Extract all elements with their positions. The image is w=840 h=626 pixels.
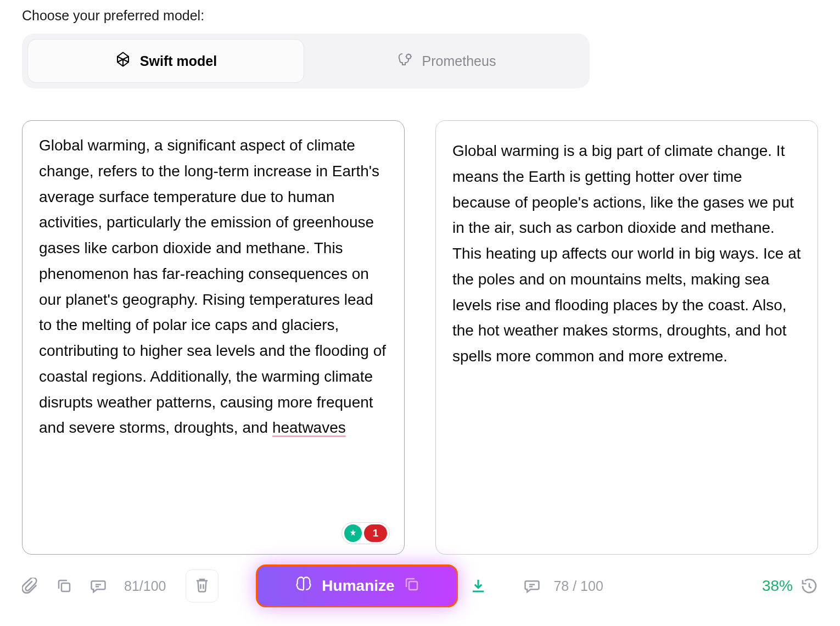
output-text-panel[interactable]: Global warming is a big part of climate … (435, 120, 818, 555)
lightbulb-icon (344, 524, 362, 542)
flagged-word[interactable]: heatwaves (272, 419, 346, 436)
model-tab-label: Prometheus (422, 53, 496, 69)
diamond-icon (115, 51, 131, 71)
brain-gear-icon (397, 51, 413, 71)
humanize-group: Humanize (256, 564, 486, 607)
source-text: Global warming, a significant aspect of … (39, 137, 386, 436)
copy-icon[interactable] (56, 578, 72, 594)
brain-icon (294, 575, 313, 597)
output-text: Global warming is a big part of climate … (452, 142, 800, 365)
model-chooser-label: Choose your preferred model: (22, 8, 818, 24)
svg-rect-2 (409, 582, 417, 590)
chat-icon[interactable] (524, 578, 540, 594)
model-selector: Swift model Prometheus (22, 33, 590, 88)
source-word-count: 81/100 (124, 578, 166, 594)
model-tab-label: Swift model (140, 53, 217, 69)
output-word-count: 78 / 100 (553, 578, 603, 594)
chat-icon[interactable] (90, 578, 107, 594)
history-icon[interactable] (800, 577, 818, 595)
svg-rect-1 (61, 583, 70, 591)
trash-icon (194, 577, 210, 593)
suggestion-badge[interactable]: 1 (341, 522, 390, 544)
copy-output-icon (404, 576, 420, 596)
ai-score-percent: 38% (762, 577, 793, 595)
humanize-button[interactable]: Humanize (256, 564, 458, 607)
tab-prometheus[interactable]: Prometheus (309, 39, 584, 83)
download-icon[interactable] (470, 578, 486, 594)
footer-bar: 81/100 Humanize 78 / 100 (22, 564, 818, 607)
footer-end-group: 38% (762, 577, 818, 595)
paperclip-icon[interactable] (22, 578, 38, 594)
suggestion-count: 1 (364, 524, 387, 542)
clear-button[interactable] (186, 569, 219, 602)
footer-right-group: 78 / 100 (524, 578, 603, 594)
source-text-panel[interactable]: Global warming, a significant aspect of … (22, 120, 405, 555)
footer-left-group: 81/100 (22, 569, 219, 602)
humanize-label: Humanize (322, 577, 394, 595)
text-panels: Global warming, a significant aspect of … (22, 120, 818, 555)
tab-swift-model[interactable]: Swift model (27, 39, 304, 83)
